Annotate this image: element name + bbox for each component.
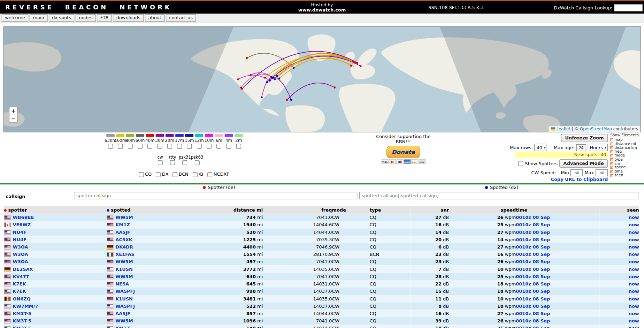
- seen-link[interactable]: now: [629, 289, 639, 294]
- max-age-input[interactable]: [576, 144, 586, 151]
- type-checkbox[interactable]: [172, 172, 177, 177]
- band-checkbox[interactable]: [167, 144, 172, 148]
- spotted-callsign-link[interactable]: WW5M: [115, 259, 133, 264]
- type-checkbox[interactable]: [139, 172, 144, 177]
- spotted-callsign-link[interactable]: WW5M: [115, 215, 133, 220]
- spotter-marker[interactable]: [237, 78, 239, 81]
- seen-link[interactable]: now: [629, 281, 639, 287]
- element-checkbox[interactable]: [610, 139, 613, 142]
- seen-link[interactable]: now: [629, 222, 639, 227]
- seen-link[interactable]: now: [629, 259, 639, 264]
- spotter-callsign-link[interactable]: WB6BEE: [13, 215, 34, 220]
- spotted-callsign-link[interactable]: NE5A: [115, 281, 129, 287]
- spotter-callsign-link[interactable]: ON6ZQ: [13, 296, 31, 301]
- time-link[interactable]: 0010z 08 Sep: [516, 326, 550, 328]
- time-link[interactable]: 0010z 08 Sep: [516, 244, 550, 250]
- band-checkbox[interactable]: [128, 144, 133, 148]
- spotted-callsign-link[interactable]: XE1FAS: [115, 252, 135, 257]
- spotted-callsign-link[interactable]: WA5PFJ: [115, 289, 135, 294]
- spotter-callsign-link[interactable]: W3OA: [13, 244, 28, 250]
- band-checkbox[interactable]: [197, 144, 202, 148]
- band-checkbox[interactable]: [108, 144, 113, 148]
- spotted-callsign-link[interactable]: WW5M: [115, 318, 133, 323]
- spotter-marker[interactable]: [241, 88, 243, 90]
- spotter-callsign-link[interactable]: DE2SAX: [13, 266, 33, 272]
- type-checkbox[interactable]: [156, 172, 161, 177]
- element-checkbox[interactable]: [610, 174, 613, 177]
- spotted-callsign-link[interactable]: KM1Z: [115, 326, 130, 328]
- time-link[interactable]: 0010z 08 Sep: [516, 289, 550, 294]
- element-checkbox[interactable]: [610, 162, 613, 165]
- spotted-callsign-link[interactable]: K1USN: [115, 296, 133, 301]
- copy-url-link[interactable]: Copy URL to Clipboard: [551, 177, 608, 182]
- hosted-site-link[interactable]: www.dxwatch.com: [298, 7, 346, 13]
- spotted-marker[interactable]: [272, 77, 274, 79]
- element-checkbox[interactable]: [610, 158, 613, 161]
- seen-link[interactable]: now: [629, 296, 639, 301]
- mode-checkbox[interactable]: [182, 160, 187, 165]
- spotter-marker[interactable]: [350, 65, 352, 67]
- band-checkbox[interactable]: [138, 144, 143, 148]
- seen-link[interactable]: now: [629, 252, 639, 257]
- spotted-callsign-link[interactable]: K1USN: [115, 266, 133, 272]
- element-checkbox[interactable]: [610, 154, 613, 157]
- spotter-marker[interactable]: [352, 61, 354, 63]
- cw-speed-min-input[interactable]: [570, 169, 583, 176]
- spotter-callsign-link[interactable]: KM3T-5: [13, 311, 31, 316]
- spotted-callsign-link[interactable]: AC5XK: [115, 237, 132, 242]
- nav-tab[interactable]: welcome: [2, 14, 29, 22]
- nav-tab[interactable]: downloads: [113, 14, 144, 22]
- band-checkbox[interactable]: [236, 144, 241, 148]
- max-rows-select[interactable]: 40: [535, 144, 547, 151]
- time-link[interactable]: 0010z 08 Sep: [516, 237, 550, 242]
- spotter-callsign-link[interactable]: W3OA: [13, 252, 28, 257]
- time-link[interactable]: 0010z 08 Sep: [516, 259, 550, 264]
- time-link[interactable]: 0010z 08 Sep: [516, 222, 550, 227]
- time-link[interactable]: 0010z 08 Sep: [516, 215, 550, 220]
- time-link[interactable]: 0010z 08 Sep: [516, 274, 550, 279]
- band-checkbox[interactable]: [157, 144, 162, 148]
- type-checkbox[interactable]: [207, 172, 212, 177]
- band-checkbox[interactable]: [187, 144, 192, 148]
- spotted-callsign-link[interactable]: WA5PFJ: [115, 303, 135, 308]
- time-link[interactable]: 0010z 08 Sep: [516, 281, 550, 287]
- spotter-marker[interactable]: [286, 99, 288, 101]
- spotter-callsign-link[interactable]: K7EK: [13, 289, 26, 294]
- element-checkbox[interactable]: [610, 150, 613, 153]
- nav-tab[interactable]: dx spots: [49, 14, 75, 22]
- time-link[interactable]: 0010z 08 Sep: [516, 318, 550, 323]
- spotter-callsign-link[interactable]: KM3T-5: [13, 318, 31, 323]
- spotter-marker[interactable]: [356, 62, 359, 64]
- spotter-callsign-link[interactable]: VE6WZ: [13, 222, 31, 227]
- world-map[interactable]: + − Leaflet | © OpenStreetMap contributo…: [3, 26, 641, 132]
- seen-link[interactable]: now: [629, 237, 639, 242]
- spotted-marker[interactable]: [276, 75, 278, 77]
- nav-tab[interactable]: FT8: [97, 14, 112, 22]
- element-checkbox[interactable]: [610, 143, 613, 145]
- seen-link[interactable]: now: [629, 274, 639, 279]
- band-checkbox[interactable]: [118, 144, 123, 148]
- band-checkbox[interactable]: [177, 144, 182, 148]
- band-checkbox[interactable]: [207, 144, 212, 148]
- spotter-marker[interactable]: [264, 77, 266, 79]
- spotter-callsign-link[interactable]: KM3T-5: [13, 326, 31, 328]
- spotted-marker[interactable]: [274, 78, 276, 81]
- nav-tab[interactable]: nodes: [76, 14, 96, 22]
- spotter-callsign-input[interactable]: [74, 192, 357, 199]
- time-link[interactable]: 0010z 08 Sep: [516, 266, 550, 272]
- seen-link[interactable]: now: [629, 229, 639, 235]
- seen-link[interactable]: now: [629, 244, 639, 250]
- nav-tab[interactable]: contact us: [166, 14, 196, 22]
- show-spotters-checkbox[interactable]: [519, 161, 523, 166]
- spotted-marker[interactable]: [269, 79, 271, 82]
- spotter-callsign-link[interactable]: NU4F: [13, 237, 26, 242]
- mode-checkbox[interactable]: [195, 160, 200, 165]
- band-checkbox[interactable]: [147, 144, 152, 148]
- zoom-out-button[interactable]: −: [9, 115, 17, 122]
- mode-checkbox[interactable]: [158, 160, 163, 165]
- spotter-callsign-link[interactable]: W3OA: [13, 259, 28, 264]
- paypal-donate-button[interactable]: Donate: [386, 146, 420, 158]
- openstreetmap-link[interactable]: OpenStreetMap: [580, 127, 612, 131]
- spotted-marker[interactable]: [261, 96, 263, 98]
- time-link[interactable]: 0010z 08 Sep: [516, 303, 550, 308]
